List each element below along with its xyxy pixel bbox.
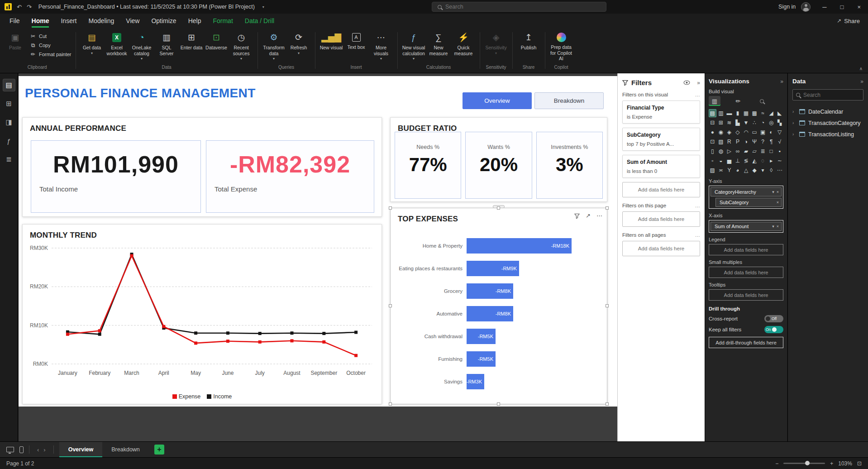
clustered-bar-chart-icon[interactable]: ▬	[725, 109, 733, 117]
azure-map-icon[interactable]: ◇	[734, 128, 742, 136]
ribbon-item-new-visual-calculation[interactable]: ƒNew visual calculation▾	[402, 30, 426, 61]
treemap-icon[interactable]: ▚	[776, 119, 783, 127]
expand-chevron-icon[interactable]: ›	[792, 120, 796, 125]
collapse-pane-icon[interactable]: »	[860, 78, 863, 85]
radial-gauge-icon[interactable]: ◒	[717, 157, 725, 165]
add-data-fields-dropzone[interactable]: Add data fields here	[709, 289, 783, 301]
histogram-icon[interactable]: ▅	[725, 157, 733, 165]
shape-map-icon[interactable]: ◈	[725, 128, 733, 136]
title-dropdown-caret[interactable]: ▾	[262, 5, 264, 9]
focus-mode-icon[interactable]: ↗	[586, 212, 591, 219]
more-options-icon[interactable]: ⋯	[596, 212, 602, 219]
button-slicer-icon[interactable]: ▰	[742, 147, 750, 155]
get-more-visuals-icon[interactable]: ⋯	[776, 166, 783, 174]
menu-item-modeling[interactable]: Modeling	[88, 14, 114, 28]
ribbon-item-publish[interactable]: ↥Publish	[517, 30, 541, 51]
menu-item-format[interactable]: Format	[213, 14, 233, 28]
menu-item-insert[interactable]: Insert	[61, 14, 76, 28]
selection-handle[interactable]	[606, 402, 609, 406]
add-data-fields-dropzone[interactable]: Add data fields here	[709, 244, 783, 255]
add-data-fields-dropzone[interactable]: Add data fields here	[622, 241, 700, 256]
filter-card-financial-type[interactable]: Financial Typeis Expense	[622, 100, 700, 124]
zoom-in-button[interactable]: +	[830, 460, 833, 467]
decomposition-tree-icon[interactable]: Ψ	[751, 138, 758, 146]
total-expense-kpi[interactable]: -RM82,392 Total Expense	[206, 140, 374, 213]
zoom-out-button[interactable]: −	[775, 460, 778, 467]
tmdl-view-button[interactable]: ≣	[3, 153, 15, 166]
arcgis-map-icon[interactable]: ◍	[717, 147, 725, 155]
close-button[interactable]: ×	[857, 4, 861, 10]
mobile-layout-icon[interactable]	[19, 446, 24, 453]
minimize-button[interactable]: ─	[822, 4, 826, 10]
eye-icon[interactable]	[683, 80, 690, 85]
timeline-icon[interactable]: ≍	[717, 166, 725, 174]
ribbon-item-format-painter[interactable]: ✏Format painter	[30, 51, 72, 57]
donut-chart-icon[interactable]: ◎	[768, 119, 775, 127]
gantt-chart-icon[interactable]: ◆	[751, 166, 758, 174]
bar[interactable]: -RM9K	[467, 261, 519, 276]
ribbon-item-copy[interactable]: ⧉Copy	[30, 42, 72, 48]
waterfall-chart-icon[interactable]: ▙	[734, 119, 742, 127]
q-and-a-icon[interactable]: ?	[759, 138, 767, 146]
selection-handle[interactable]	[606, 304, 609, 307]
ribbon-item-text-box[interactable]: AText box	[344, 30, 368, 50]
keep-all-filters-toggle[interactable]: On	[764, 326, 783, 333]
undo-button[interactable]: ↶	[17, 4, 22, 10]
ribbon-item-onelake-catalog[interactable]: ◔OneLake catalog▾	[130, 30, 154, 61]
next-page-button[interactable]: ›	[43, 446, 45, 453]
100-stacked-column-chart-icon[interactable]: ▩	[751, 109, 758, 117]
ribbon-item-more-visuals[interactable]: ⋯More visuals▾	[369, 30, 393, 61]
redo-button[interactable]: ↷	[27, 4, 32, 10]
page-tab-overview[interactable]: Overview	[59, 442, 103, 458]
pill-dropdown-icon[interactable]: ▾	[772, 224, 774, 229]
pill-remove-icon[interactable]: ×	[777, 224, 779, 229]
pill-remove-icon[interactable]: ×	[777, 190, 779, 194]
selection-handle[interactable]	[606, 206, 609, 210]
smart-narrative-icon[interactable]: ¶	[768, 138, 775, 146]
fit-to-page-icon[interactable]: ⊡	[857, 460, 862, 467]
more-options-icon[interactable]: …	[695, 92, 701, 97]
funnel-chart-icon[interactable]: ▼	[742, 119, 750, 127]
cross-report-toggle[interactable]: Off	[764, 315, 783, 322]
selection-handle[interactable]	[497, 206, 500, 210]
gauge-icon[interactable]: ◠	[742, 128, 750, 136]
ribbon-item-get-data[interactable]: ▤Get data▾	[80, 30, 104, 55]
ribbon-item-sensitivity[interactable]: ◈Sensitivity▾	[484, 30, 508, 55]
list-slicer-icon[interactable]: ≣	[759, 147, 767, 155]
data-search-box[interactable]	[792, 89, 863, 100]
ribbon-item-new-measure[interactable]: ∑New measure	[427, 30, 451, 56]
stacked-column-chart-icon[interactable]: ▥	[717, 109, 725, 117]
stacked-bar-chart-icon[interactable]: ▤	[709, 109, 716, 117]
line-chart-icon[interactable]: ≈	[759, 109, 767, 117]
selection-handle[interactable]	[389, 304, 392, 307]
add-data-fields-dropzone[interactable]: Add data fields here	[622, 211, 700, 227]
heatmap-icon[interactable]: ▾	[759, 166, 767, 174]
global-search-box[interactable]	[432, 2, 606, 12]
menu-item-optimize[interactable]: Optimize	[151, 14, 176, 28]
map-icon[interactable]: ●	[709, 128, 716, 136]
expand-chevron-icon[interactable]: ›	[792, 109, 796, 114]
sparkline-icon[interactable]: ∼	[776, 157, 783, 165]
overview-button[interactable]: Overview	[463, 92, 532, 109]
global-search-input[interactable]	[445, 4, 590, 10]
monthly-trend-card[interactable]: MONTHLY TREND RM0KRM10KRM20KRM30KJanuary…	[22, 224, 382, 404]
sunburst-chart-icon[interactable]: ◕	[734, 166, 742, 174]
analytics-tab[interactable]	[756, 96, 768, 106]
bar[interactable]: -RM18K	[467, 238, 572, 254]
tornado-chart-icon[interactable]: ◊	[768, 166, 775, 174]
data-search-input[interactable]	[803, 92, 860, 98]
breakdown-button[interactable]: Breakdown	[534, 92, 604, 109]
scatter-chart-icon[interactable]: ∴	[751, 119, 758, 127]
format-visual-tab[interactable]: ✏	[732, 96, 744, 106]
desktop-layout-icon[interactable]	[6, 447, 14, 452]
metrics-icon[interactable]: √	[776, 138, 783, 146]
selection-handle[interactable]	[389, 402, 392, 406]
line-and-stacked-column-chart-icon[interactable]: ⊟	[709, 119, 716, 127]
multi-row-card-icon[interactable]: ▣	[759, 128, 767, 136]
python-visual-icon[interactable]: P	[734, 138, 742, 146]
radar-chart-icon[interactable]: △	[742, 166, 750, 174]
ribbon-item-quick-measure[interactable]: ⚡Quick measure	[452, 30, 476, 56]
page-tab-breakdown[interactable]: Breakdown	[102, 442, 149, 458]
build-visual-tab[interactable]: ▥	[709, 96, 720, 106]
report-view-button[interactable]: ▤	[3, 79, 15, 91]
